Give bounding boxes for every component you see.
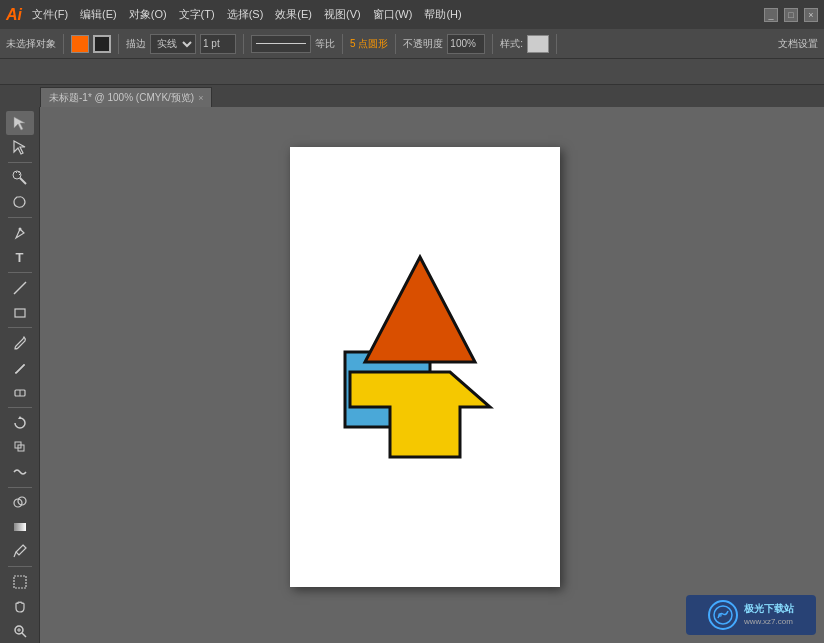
toolbar-separator-6 bbox=[492, 34, 493, 54]
menu-type[interactable]: 文字(T) bbox=[179, 7, 215, 22]
menu-select[interactable]: 选择(S) bbox=[227, 7, 264, 22]
pen-tool[interactable] bbox=[6, 221, 34, 245]
fill-group bbox=[71, 35, 89, 53]
menu-file[interactable]: 文件(F) bbox=[32, 7, 68, 22]
watermark: 极光下载站 www.xz7.com bbox=[686, 595, 816, 635]
svg-line-17 bbox=[14, 552, 16, 557]
toolbar-separator-1 bbox=[63, 34, 64, 54]
tool-separator-3 bbox=[8, 272, 32, 273]
title-right: _ □ × bbox=[764, 8, 818, 22]
paintbrush-tool[interactable] bbox=[6, 331, 34, 355]
style-label: 样式: bbox=[500, 37, 523, 51]
minimize-button[interactable]: _ bbox=[764, 8, 778, 22]
menu-help[interactable]: 帮助(H) bbox=[424, 7, 461, 22]
toolbar-separator-4 bbox=[342, 34, 343, 54]
tool-separator-6 bbox=[8, 487, 32, 488]
tool-separator-5 bbox=[8, 407, 32, 408]
watermark-url: www.xz7.com bbox=[744, 616, 794, 627]
toolbar-separator-5 bbox=[395, 34, 396, 54]
shape-builder-tool[interactable] bbox=[6, 491, 34, 515]
tool-separator-4 bbox=[8, 327, 32, 328]
lasso-tool[interactable] bbox=[6, 191, 34, 215]
stroke-group bbox=[93, 35, 111, 53]
eraser-tool[interactable] bbox=[6, 380, 34, 404]
title-bar: Ai 文件(F) 编辑(E) 对象(O) 文字(T) 选择(S) 效果(E) 视… bbox=[0, 0, 824, 29]
svg-line-20 bbox=[22, 633, 26, 637]
line-tool[interactable] bbox=[6, 276, 34, 300]
toolbar-separator-7 bbox=[556, 34, 557, 54]
artwork bbox=[290, 147, 560, 587]
orange-triangle bbox=[365, 257, 475, 362]
svg-point-23 bbox=[714, 606, 732, 624]
stroke-swatch[interactable] bbox=[93, 35, 111, 53]
tab-title: 未标题-1* @ 100% (CMYK/预览) bbox=[49, 91, 194, 105]
opacity-input[interactable] bbox=[447, 34, 485, 54]
dot-shape-label: 5 点圆形 bbox=[350, 37, 388, 51]
document-canvas bbox=[290, 147, 560, 587]
svg-point-1 bbox=[13, 171, 21, 179]
svg-rect-16 bbox=[14, 523, 26, 531]
stroke-type-label: 描边 bbox=[126, 37, 146, 51]
scale-tool[interactable] bbox=[6, 435, 34, 459]
rectangle-tool[interactable] bbox=[6, 301, 34, 325]
selection-tool[interactable] bbox=[6, 111, 34, 135]
document-tab[interactable]: 未标题-1* @ 100% (CMYK/预览) × bbox=[40, 87, 212, 107]
svg-rect-7 bbox=[15, 309, 25, 317]
artboard-tool[interactable] bbox=[6, 570, 34, 594]
tool-separator-2 bbox=[8, 217, 32, 218]
maximize-button[interactable]: □ bbox=[784, 8, 798, 22]
canvas-area[interactable]: 极光下载站 www.xz7.com bbox=[40, 107, 824, 643]
doc-settings-button[interactable]: 文档设置 bbox=[778, 37, 818, 51]
svg-point-24 bbox=[718, 613, 722, 617]
svg-point-5 bbox=[18, 227, 21, 230]
warp-tool[interactable] bbox=[6, 460, 34, 484]
tool-separator-1 bbox=[8, 162, 32, 163]
tool-separator-7 bbox=[8, 566, 32, 567]
control-bar: 未选择对象 描边 实线 等比 5 点圆形 不透明度 样式: 文档设置 bbox=[0, 29, 824, 59]
svg-rect-18 bbox=[14, 576, 26, 588]
toolbar-separator-2 bbox=[118, 34, 119, 54]
close-button[interactable]: × bbox=[804, 8, 818, 22]
no-selection-label: 未选择对象 bbox=[6, 37, 56, 51]
ai-logo: Ai bbox=[6, 6, 22, 24]
main-area: T bbox=[0, 107, 824, 643]
svg-line-6 bbox=[14, 282, 26, 294]
eyedropper-tool[interactable] bbox=[6, 540, 34, 564]
tab-close-button[interactable]: × bbox=[198, 93, 203, 103]
style-swatch[interactable] bbox=[527, 35, 549, 53]
stroke-type-select[interactable]: 实线 bbox=[150, 34, 196, 54]
menu-view[interactable]: 视图(V) bbox=[324, 7, 361, 22]
options-bar bbox=[0, 59, 824, 85]
pencil-tool[interactable] bbox=[6, 356, 34, 380]
watermark-icon bbox=[708, 600, 738, 630]
magic-wand-tool[interactable] bbox=[6, 166, 34, 190]
tab-bar: 未标题-1* @ 100% (CMYK/预览) × bbox=[0, 85, 824, 107]
menu-object[interactable]: 对象(O) bbox=[129, 7, 167, 22]
direct-selection-tool[interactable] bbox=[6, 136, 34, 160]
watermark-title: 极光下载站 bbox=[744, 602, 794, 616]
zoom-ratio-label: 等比 bbox=[315, 37, 335, 51]
stroke-line bbox=[256, 43, 306, 44]
rotate-tool[interactable] bbox=[6, 411, 34, 435]
type-tool[interactable]: T bbox=[6, 246, 34, 270]
hand-tool[interactable] bbox=[6, 595, 34, 619]
gradient-tool[interactable] bbox=[6, 515, 34, 539]
menu-effect[interactable]: 效果(E) bbox=[275, 7, 312, 22]
stroke-preview bbox=[251, 35, 311, 53]
menu-window[interactable]: 窗口(W) bbox=[373, 7, 413, 22]
toolbar-separator-3 bbox=[243, 34, 244, 54]
zoom-tool[interactable] bbox=[6, 619, 34, 643]
menu-bar: 文件(F) 编辑(E) 对象(O) 文字(T) 选择(S) 效果(E) 视图(V… bbox=[32, 7, 462, 22]
fill-swatch[interactable] bbox=[71, 35, 89, 53]
menu-edit[interactable]: 编辑(E) bbox=[80, 7, 117, 22]
watermark-text: 极光下载站 www.xz7.com bbox=[744, 602, 794, 627]
opacity-label: 不透明度 bbox=[403, 37, 443, 51]
svg-line-0 bbox=[20, 178, 26, 184]
stroke-width-input[interactable] bbox=[200, 34, 236, 54]
left-toolbar: T bbox=[0, 107, 40, 643]
